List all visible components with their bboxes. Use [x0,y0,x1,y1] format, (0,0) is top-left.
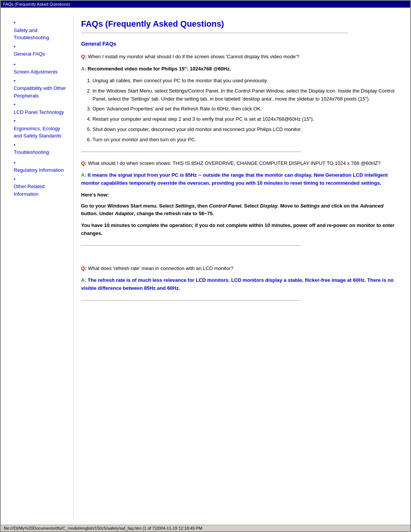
q1-label: Q: [81,54,86,59]
sidebar-item-compatibility[interactable]: Compatibility with Other Peripherals [12,77,69,100]
question-block-2: Q: What should I do when screen shows: T… [81,160,395,246]
sidebar-link-lcd[interactable]: LCD Panel Technology [14,109,69,116]
question-3: Q: What does 'refresh rate' mean in conn… [81,265,395,272]
q1-text: When I install my monitor what should I … [86,54,299,59]
answer-2-blue: A: It means the signal input from your P… [81,171,395,187]
display-italic: Display. [260,203,279,209]
status-bar: file:///D|/My%20Documents/dfu/C_model/en… [1,525,410,531]
list-item-1-1: Unplug all cables, then connect your PC … [92,77,395,85]
sidebar-link-screen[interactable]: Screen Adjustments [14,68,69,76]
list-item-1-6: Turn on your monitor and then turn on yo… [92,136,395,144]
status-bar-text: file:///D|/My%20Documents/dfu/C_model/en… [4,526,202,530]
sidebar: Safety and Troubleshooting General FAQs … [8,15,73,517]
heres-how: Here's how: [81,192,395,198]
a2-label: A: [81,172,86,178]
question-block-1: Q: When I install my monitor what should… [81,53,395,152]
divider-after-q1 [81,152,301,152]
advanced-italic: Advanced [360,203,384,209]
sidebar-link-ergonomics[interactable]: Ergonomics, Ecology and Safety Standards [14,125,69,140]
sidebar-item-ergonomics[interactable]: Ergonomics, Ecology and Safety Standards [12,117,69,140]
answer-3-blue: A: The refresh rate is of much less rele… [81,276,395,292]
a2-text: It means the signal input from your PC i… [81,172,388,186]
question-block-3: Q: What does 'refresh rate' mean in conn… [81,265,395,300]
sidebar-link-safety[interactable]: Safety and Troubleshooting [14,27,69,42]
title-divider [81,33,348,33]
title-bar-text: FAQs (Frequently Asked Questions) [3,2,70,6]
list-item-1-4: Restart your computer and repeat step 2 … [92,115,395,123]
divider-after-q3 [81,300,301,300]
sidebar-link-regulatory[interactable]: Regulatory Information [14,166,69,174]
spacer [81,253,395,265]
answer-2-para1: Go to your Windows Start menu. Select Se… [81,202,395,218]
q2-text: What should I do when screen shows: THIS… [86,160,381,166]
section-title: General FAQs [81,41,395,47]
a1-intro: Recommended video mode for Philips 15": … [86,66,231,72]
question-1: Q: When I install my monitor what should… [81,53,395,61]
q3-label: Q: [81,265,86,271]
browser-window: FAQs (Frequently Asked Questions) Safety… [0,0,411,532]
sidebar-link-other[interactable]: Other Related Information [14,183,69,198]
sidebar-link-troubleshooting[interactable]: Troubleshooting [14,149,69,156]
sidebar-item-general-faqs[interactable]: General FAQs [12,43,69,58]
sidebar-item-other[interactable]: Other Related Information [12,176,69,198]
sidebar-item-troubleshooting[interactable]: Troubleshooting [12,141,69,156]
title-bar: FAQs (Frequently Asked Questions) [1,1,410,8]
a3-label: A: [81,277,86,283]
a3-text: The refresh rate is of much less relevan… [81,277,393,291]
answer-1: A: Recommended video mode for Philips 15… [81,65,395,73]
adaptor-italic: Adaptor [115,211,134,216]
control-panel-italic: Control Panel. [209,203,243,209]
sidebar-item-screen[interactable]: Screen Adjustments [12,61,69,76]
sidebar-link-compatibility[interactable]: Compatibility with Other Peripherals [14,85,69,99]
sidebar-item-regulatory[interactable]: Regulatory Information [12,159,69,174]
q2-label: Q: [81,160,86,166]
sidebar-link-general-faqs[interactable]: General FAQs [14,50,69,58]
list-item-1-3: Open 'Advanced Properties' and set the R… [92,105,395,113]
answer-1-list: Unplug all cables, then connect your PC … [92,77,395,144]
question-2: Q: What should I do when screen shows: T… [81,160,395,167]
settings-italic: Settings [175,203,194,209]
list-item-1-2: In the Windows Start Menu, select Settin… [92,87,395,103]
answer-2-para2: You have 10 minutes to complete the oper… [81,222,395,238]
settings2-italic: Settings [300,203,320,209]
page-title: FAQs (Frequently Asked Questions) [81,19,395,29]
q3-text: What does 'refresh rate' mean in connect… [86,265,233,271]
sidebar-item-lcd[interactable]: LCD Panel Technology [12,101,69,116]
main-content: FAQs (Frequently Asked Questions) Genera… [73,15,403,517]
divider-after-q2 [81,245,301,246]
sidebar-item-safety[interactable]: Safety and Troubleshooting [12,19,69,42]
content-area: Safety and Troubleshooting General FAQs … [1,8,410,525]
list-item-1-5: Shut down your computer, disconnect your… [92,126,395,134]
a1-label: A: [81,66,86,72]
